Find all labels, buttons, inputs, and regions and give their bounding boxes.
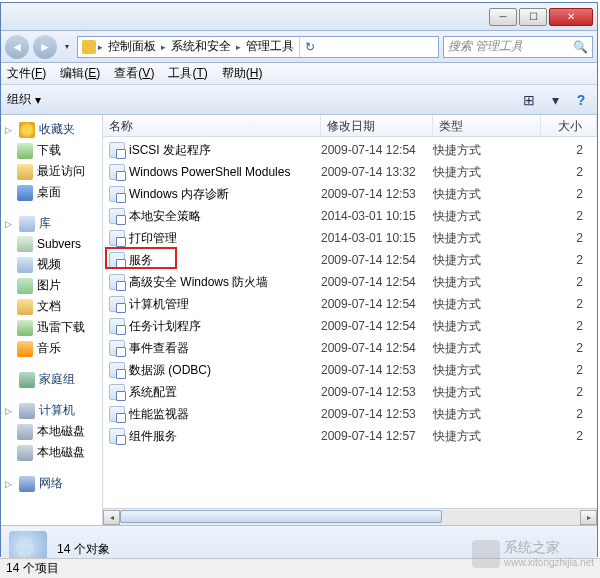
organize-button[interactable]: 组织 ▾ bbox=[7, 91, 41, 108]
chevron-right-icon[interactable]: ▸ bbox=[98, 42, 103, 52]
file-type: 快捷方式 bbox=[433, 142, 541, 159]
forward-button[interactable]: ► bbox=[33, 35, 57, 59]
file-type: 快捷方式 bbox=[433, 296, 541, 313]
view-options-button[interactable]: ⊞ bbox=[519, 90, 539, 110]
search-icon[interactable]: 🔍 bbox=[573, 40, 588, 54]
shortcut-icon bbox=[109, 164, 125, 180]
file-size: 2 bbox=[541, 231, 597, 245]
sidebar-homegroup-header[interactable]: 家庭组 bbox=[1, 369, 102, 390]
nav-history-dropdown[interactable]: ▾ bbox=[61, 35, 73, 59]
file-row[interactable]: 服务2009-07-14 12:54快捷方式2 bbox=[103, 249, 597, 271]
search-input[interactable]: 搜索 管理工具 🔍 bbox=[443, 36, 593, 58]
sidebar-favorites-header[interactable]: ▷收藏夹 bbox=[1, 119, 102, 140]
file-row[interactable]: 本地安全策略2014-03-01 10:15快捷方式2 bbox=[103, 205, 597, 227]
scroll-track[interactable] bbox=[120, 510, 580, 525]
sidebar-network-header[interactable]: ▷网络 bbox=[1, 473, 102, 494]
sidebar-item-subversion[interactable]: Subvers bbox=[1, 234, 102, 254]
drive-icon bbox=[17, 445, 33, 461]
file-row[interactable]: 数据源 (ODBC)2009-07-14 12:53快捷方式2 bbox=[103, 359, 597, 381]
file-name: 高级安全 Windows 防火墙 bbox=[129, 274, 268, 291]
file-date: 2009-07-14 12:54 bbox=[321, 319, 433, 333]
column-name[interactable]: 名称 bbox=[103, 115, 321, 136]
file-row[interactable]: 计算机管理2009-07-14 12:54快捷方式2 bbox=[103, 293, 597, 315]
scroll-thumb[interactable] bbox=[120, 510, 442, 523]
close-button[interactable]: ✕ bbox=[549, 8, 593, 26]
shortcut-icon bbox=[109, 318, 125, 334]
menu-f[interactable]: 文件(F) bbox=[7, 65, 46, 82]
file-name: Windows PowerShell Modules bbox=[129, 165, 290, 179]
file-name: 任务计划程序 bbox=[129, 318, 201, 335]
shortcut-icon bbox=[109, 142, 125, 158]
sidebar-item-documents[interactable]: 文档 bbox=[1, 296, 102, 317]
breadcrumb-segment[interactable]: 管理工具 bbox=[243, 38, 297, 55]
file-size: 2 bbox=[541, 319, 597, 333]
file-name: 系统配置 bbox=[129, 384, 177, 401]
menu-t[interactable]: 工具(T) bbox=[168, 65, 207, 82]
file-row[interactable]: iSCSI 发起程序2009-07-14 12:54快捷方式2 bbox=[103, 139, 597, 161]
file-type: 快捷方式 bbox=[433, 406, 541, 423]
drive-icon bbox=[17, 424, 33, 440]
back-button[interactable]: ◄ bbox=[5, 35, 29, 59]
file-row[interactable]: 打印管理2014-03-01 10:15快捷方式2 bbox=[103, 227, 597, 249]
shortcut-icon bbox=[109, 274, 125, 290]
shortcut-icon bbox=[109, 362, 125, 378]
file-name: 性能监视器 bbox=[129, 406, 189, 423]
chevron-right-icon[interactable]: ▸ bbox=[161, 42, 166, 52]
shortcut-icon bbox=[109, 428, 125, 444]
file-name: Windows 内存诊断 bbox=[129, 186, 229, 203]
breadcrumb-segment[interactable]: 系统和安全 bbox=[168, 38, 234, 55]
file-size: 2 bbox=[541, 209, 597, 223]
scroll-left-button[interactable]: ◂ bbox=[103, 510, 120, 525]
sidebar-item-videos[interactable]: 视频 bbox=[1, 254, 102, 275]
file-name: 事件查看器 bbox=[129, 340, 189, 357]
file-name: 打印管理 bbox=[129, 230, 177, 247]
help-button[interactable]: ? bbox=[571, 90, 591, 110]
sidebar-libraries-header[interactable]: ▷库 bbox=[1, 213, 102, 234]
column-size[interactable]: 大小 bbox=[541, 115, 597, 136]
shortcut-icon bbox=[109, 296, 125, 312]
shortcut-icon bbox=[109, 208, 125, 224]
file-row[interactable]: Windows PowerShell Modules2009-07-14 13:… bbox=[103, 161, 597, 183]
breadcrumb-segment[interactable]: 控制面板 bbox=[105, 38, 159, 55]
column-date[interactable]: 修改日期 bbox=[321, 115, 433, 136]
file-row[interactable]: 任务计划程序2009-07-14 12:54快捷方式2 bbox=[103, 315, 597, 337]
view-dropdown-button[interactable]: ▾ bbox=[545, 90, 565, 110]
file-size: 2 bbox=[541, 297, 597, 311]
file-type: 快捷方式 bbox=[433, 230, 541, 247]
library-icon bbox=[19, 216, 35, 232]
sidebar-item-desktop[interactable]: 桌面 bbox=[1, 182, 102, 203]
file-row[interactable]: 事件查看器2009-07-14 12:54快捷方式2 bbox=[103, 337, 597, 359]
sidebar-item-local-disk[interactable]: 本地磁盘 bbox=[1, 442, 102, 463]
address-bar[interactable]: ▸ 控制面板 ▸ 系统和安全 ▸ 管理工具 ↻ bbox=[77, 36, 439, 58]
scroll-right-button[interactable]: ▸ bbox=[580, 510, 597, 525]
column-type[interactable]: 类型 bbox=[433, 115, 541, 136]
horizontal-scrollbar[interactable]: ◂ ▸ bbox=[103, 508, 597, 525]
sidebar-item-downloads[interactable]: 下载 bbox=[1, 140, 102, 161]
file-row[interactable]: 高级安全 Windows 防火墙2009-07-14 12:54快捷方式2 bbox=[103, 271, 597, 293]
file-date: 2009-07-14 12:54 bbox=[321, 143, 433, 157]
file-row[interactable]: Windows 内存诊断2009-07-14 12:53快捷方式2 bbox=[103, 183, 597, 205]
shortcut-icon bbox=[109, 406, 125, 422]
refresh-button[interactable]: ↻ bbox=[299, 37, 319, 57]
navigation-pane[interactable]: ▷收藏夹 下载 最近访问 桌面 ▷库 Subvers 视频 图片 文档 迅雷下载… bbox=[1, 115, 103, 525]
titlebar[interactable]: ─ ☐ ✕ bbox=[1, 3, 597, 31]
chevron-right-icon[interactable]: ▸ bbox=[236, 42, 241, 52]
file-row[interactable]: 组件服务2009-07-14 12:57快捷方式2 bbox=[103, 425, 597, 447]
recent-icon bbox=[17, 164, 33, 180]
sidebar-item-local-disk[interactable]: 本地磁盘 bbox=[1, 421, 102, 442]
sidebar-item-pictures[interactable]: 图片 bbox=[1, 275, 102, 296]
file-type: 快捷方式 bbox=[433, 274, 541, 291]
file-row[interactable]: 系统配置2009-07-14 12:53快捷方式2 bbox=[103, 381, 597, 403]
file-size: 2 bbox=[541, 275, 597, 289]
menu-h[interactable]: 帮助(H) bbox=[222, 65, 263, 82]
sidebar-item-xunlei[interactable]: 迅雷下载 bbox=[1, 317, 102, 338]
sidebar-computer-header[interactable]: ▷计算机 bbox=[1, 400, 102, 421]
maximize-button[interactable]: ☐ bbox=[519, 8, 547, 26]
sidebar-item-recent[interactable]: 最近访问 bbox=[1, 161, 102, 182]
sidebar-item-music[interactable]: 音乐 bbox=[1, 338, 102, 359]
minimize-button[interactable]: ─ bbox=[489, 8, 517, 26]
file-row[interactable]: 性能监视器2009-07-14 12:53快捷方式2 bbox=[103, 403, 597, 425]
file-list[interactable]: iSCSI 发起程序2009-07-14 12:54快捷方式2Windows P… bbox=[103, 137, 597, 508]
menu-e[interactable]: 编辑(E) bbox=[60, 65, 100, 82]
menu-v[interactable]: 查看(V) bbox=[114, 65, 154, 82]
